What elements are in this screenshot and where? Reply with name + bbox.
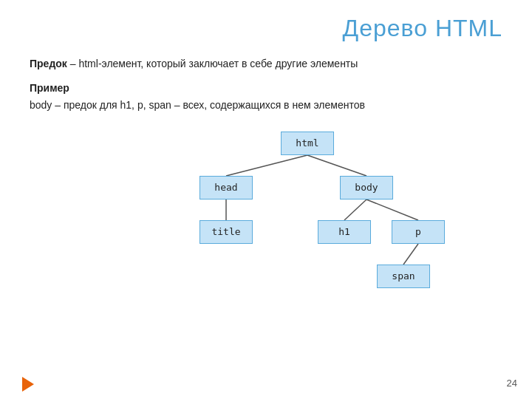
tree-node-body: body [340,176,393,200]
svg-line-1 [307,155,366,176]
svg-line-4 [366,200,418,220]
ancestor-definition: Предок – html-элемент, который заключает… [30,55,502,72]
tree-node-html: html [281,132,334,155]
tree-svg [30,124,502,294]
svg-line-5 [403,244,418,265]
svg-line-0 [226,155,307,176]
nav-arrow-icon [22,377,34,392]
ancestor-term: Предок [30,58,67,69]
tree-diagram: htmlheadbodytitleh1pspan [30,124,502,294]
tree-node-head: head [200,176,253,200]
tree-node-title: title [200,220,253,244]
tree-node-span: span [377,265,430,288]
example-heading: Пример [30,82,502,94]
slide-title: Дерево HTML [30,15,502,42]
tree-node-p: p [392,220,445,244]
example-text: body – предок для h1, p, span – всех, со… [30,97,502,113]
ancestor-desc: html-элемент, который заключает в себе д… [78,58,358,69]
ancestor-dash: – [70,58,76,69]
slide-number: 24 [507,378,517,389]
slide-page: Дерево HTML Предок – html-элемент, котор… [0,0,532,399]
svg-line-3 [344,200,366,220]
tree-node-h1: h1 [318,220,371,244]
